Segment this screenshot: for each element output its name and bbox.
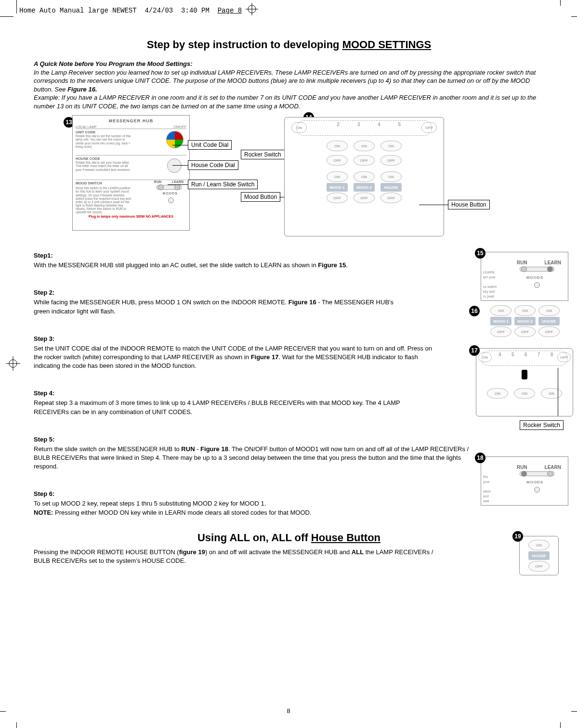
fig17-pointer [558, 368, 558, 416]
step-body: Set the UNIT CODE dial of the INDOOR REM… [34, 344, 438, 371]
prepress-icon [246, 3, 258, 15]
intro-block: A Quick Note before You Program the Mood… [34, 60, 544, 110]
remote-rocker-row: ONOFF ONOFF ONOFF [285, 138, 444, 169]
fig15-indicator-icon [534, 282, 540, 288]
figure-15: 15 LEARN arn your ss switch key and rs (… [481, 252, 568, 301]
doc-date: 4/24/03 [144, 7, 173, 14]
dial-num: 7 [538, 352, 540, 357]
fig16-mood2: ONMOOD 2OFF [514, 305, 536, 337]
hub-unitcode-body: Rotate this dial to set the number of th… [76, 134, 133, 148]
callout-rocker-switch: Rocker Switch [241, 150, 285, 159]
rocker-switch-1: ONOFF [327, 141, 348, 166]
fig18-learn: LEARN [545, 465, 561, 470]
prepress-header: Home Auto Manual large NEWEST 4/24/03 3:… [19, 7, 242, 14]
steps-area: Step1: With the MESSENGER HUB still plug… [34, 252, 544, 565]
dial-num: 5 [398, 122, 401, 127]
fig15-moods: MOODS [526, 275, 543, 280]
step-title: Step 2: [34, 289, 544, 296]
hub-moods-label: MOODS [163, 192, 178, 195]
title-prefix: Step by step instruction to developing [147, 39, 342, 51]
page-number: 8 [0, 707, 577, 715]
hub-local-lamp: LOCAL LAMP [76, 125, 97, 129]
doc-name: Home Auto Manual large NEWEST [19, 7, 137, 14]
step-title: Step 6: [34, 490, 544, 497]
house-section-body: Pressing the INDOOR REMOTE HOUSE BUTTON … [34, 548, 448, 565]
dial-on: ON [291, 122, 307, 133]
house-code-dial-icon [167, 158, 182, 173]
hub-on-off: ON/OFF [174, 125, 186, 129]
crop-mark [16, 0, 17, 13]
hub-indicator-icon [168, 197, 174, 203]
house-button: ONHOUSEOFF [380, 171, 402, 203]
callout-house-button: House Button [448, 200, 490, 209]
callout-run-learn-switch: Run / Learn Slide Switch [188, 180, 258, 189]
step-body: While facing the MESSENGER HUB, press MO… [34, 298, 400, 315]
doc-page: Page 8 [218, 7, 242, 14]
hub-learn-label: LEARN [172, 180, 184, 183]
content: Step by step instruction to developing M… [34, 39, 544, 565]
fig15-learn: LEARN [545, 260, 561, 265]
fig15-slide-icon [520, 267, 554, 272]
figure-15-box: LEARN arn your ss switch key and rs (wai… [481, 252, 568, 301]
step-body-line1: To set up MOOD 2 key, repeat steps 1 thr… [34, 499, 544, 508]
hub-title: MESSENGER HUB [76, 118, 186, 123]
dial-num: 6 [525, 352, 527, 357]
hub-housecode-body: Rotate this dial to set your house lette… [76, 161, 133, 171]
dial-num: 4 [498, 352, 501, 357]
step-2: Step 2: While facing the MESSENGER HUB, … [34, 289, 544, 315]
hub-mood-body: Move this switch to the LEARN position f… [76, 186, 133, 214]
step-body: With the MESSENGER HUB still plugged int… [34, 261, 400, 270]
figure-17-remote: ON OFF 4 5 6 7 8 ON ON ON [476, 348, 573, 416]
figure-19: 19 ON HOUSE OFF [519, 536, 559, 575]
run-learn-slide-icon [157, 185, 182, 190]
fig17-on: ON [478, 352, 492, 362]
step-body-note: NOTE: Pressing either MOOD ON key while … [34, 508, 544, 517]
fig16-mood1: ONMOOD 1OFF [490, 305, 511, 337]
crop-mark [16, 722, 17, 728]
intro-p1b: Figure 16. [67, 86, 97, 93]
messenger-hub-figure: MESSENGER HUB LOCAL LAMP ON/OFF UNIT COD… [72, 115, 190, 231]
house-title-prefix: Using ALL on, ALL off [197, 532, 311, 544]
intro-p1: In the Lamp Receiver section you learned… [34, 68, 544, 94]
fig17-off: OFF [557, 352, 571, 362]
fig18-indicator-icon [534, 487, 540, 493]
fig18-run: RUN [517, 465, 527, 470]
fig17-rocker: ON [514, 388, 535, 399]
dial-num: 5 [511, 352, 514, 357]
fig17-rocker: ON [541, 388, 562, 399]
figure-19-box: ON HOUSE OFF [519, 536, 559, 575]
dial-num: 2 [337, 122, 340, 127]
step-6: Step 6: To set up MOOD 2 key, repeat ste… [34, 490, 544, 517]
hub-warning: Plug in lamps only maximum 300W NO APPLI… [76, 215, 186, 219]
fig19-house-button: ON HOUSE OFF [528, 540, 550, 572]
remote-dial-strip: ON OFF 2 3 4 5 [296, 120, 432, 138]
dial-num: 4 [378, 122, 380, 127]
crop-mark [0, 16, 13, 17]
step-body: Repeat step 3 a maximum of 3 more times … [34, 399, 429, 416]
house-section-title: Using ALL on, ALL off House Button [34, 532, 544, 544]
callout-mood-button: Mood Button [241, 192, 280, 202]
mood2-button: ONMOOD 2OFF [354, 171, 375, 203]
figure-16: 16 ONMOOD 1OFF ONMOOD 2OFF ONHOUSEOFF [477, 304, 573, 338]
rocker-switch-3: ONOFF [380, 141, 402, 166]
dial-num: 3 [357, 122, 360, 127]
callout-unit-code-dial: Unit Code Dial [188, 140, 232, 150]
rocker-switch-2: ONOFF [354, 141, 375, 166]
callout-line [168, 184, 188, 185]
callout-house-code-dial: House Code Dial [188, 160, 238, 170]
dial-off: OFF [421, 122, 437, 133]
fig16-house: ONHOUSEOFF [538, 305, 560, 337]
callout-line [172, 145, 188, 145]
figure-16-row: ONMOOD 1OFF ONMOOD 2OFF ONHOUSEOFF [477, 304, 573, 338]
house-title-underlined: House Button [311, 532, 380, 544]
indoor-remote-figure: ON OFF 2 3 4 5 ONOFF ONOFF ONOFF ONMOOD … [284, 117, 444, 236]
hub-run-label: RUN [154, 180, 161, 183]
intro-p2: Example: If you have a LAMP RECEIVER in … [34, 93, 544, 110]
diagram-area: 13 MESSENGER HUB LOCAL LAMP ON/OFF UNIT … [34, 115, 544, 240]
step-title: Step 5: [34, 436, 544, 443]
figure-18-box: RN your witch and wait RUN LEARN MOODS [481, 456, 568, 506]
crop-mark [560, 0, 561, 6]
fig18-slide-icon [520, 471, 554, 476]
intro-heading: A Quick Note before You Program the Mood… [34, 60, 544, 68]
callout-line [172, 165, 188, 166]
